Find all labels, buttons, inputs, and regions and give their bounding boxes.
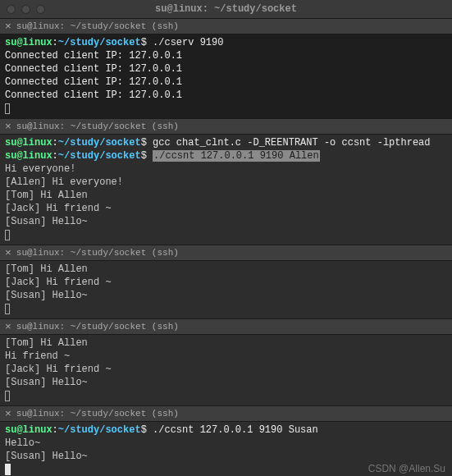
terminal-pane-client[interactable]: [Tom] Hi Allen Hi friend ~ [Jack] Hi fri… [0, 335, 452, 405]
prompt-path: ~/study/socket [58, 424, 141, 436]
terminal-tab[interactable]: × su@linux: ~/study/socket (ssh) [0, 405, 452, 422]
prompt-path: ~/study/socket [58, 37, 141, 48]
terminal-tab[interactable]: × su@linux: ~/study/socket (ssh) [0, 118, 452, 135]
terminal-pane-server[interactable]: su@linux:~/study/socket$ ./cserv 9190 Co… [0, 34, 452, 118]
tab-label: su@linux: ~/study/socket (ssh) [16, 322, 179, 332]
prompt-path: ~/study/socket [58, 137, 141, 149]
close-icon[interactable]: × [5, 321, 11, 333]
output-line: [Jack] Hi friend ~ [5, 363, 447, 376]
output-line: [Allen] Hi everyone! [5, 176, 447, 189]
terminal-tab[interactable]: × su@linux: ~/study/socket (ssh) [0, 18, 452, 34]
cursor-icon [5, 391, 10, 401]
output-line: [Susan] Hello~ [5, 215, 447, 228]
command-text: ./cserv 9190 [153, 37, 223, 48]
output-line: Connected client IP: 127.0.0.1 [5, 62, 447, 76]
output-line: Connected client IP: 127.0.0.1 [5, 76, 447, 89]
prompt-user: su@linux [5, 37, 53, 48]
output-line: Hi everyone! [5, 162, 447, 176]
close-window-icon[interactable] [7, 5, 16, 14]
output-line: [Jack] Hi friend ~ [5, 276, 447, 289]
output-line: [Tom] Hi Allen [5, 189, 447, 202]
minimize-window-icon[interactable] [21, 5, 30, 14]
tab-label: su@linux: ~/study/socket (ssh) [16, 121, 179, 131]
output-line: Hi friend ~ [5, 350, 447, 363]
output-line: [Jack] Hi friend ~ [5, 202, 447, 215]
terminal-tab[interactable]: × su@linux: ~/study/socket (ssh) [0, 318, 452, 335]
window-title: su@linux: ~/study/socket [7, 3, 445, 15]
prompt-user: su@linux [5, 150, 53, 162]
close-icon[interactable]: × [5, 247, 11, 259]
window-titlebar: su@linux: ~/study/socket [0, 0, 452, 18]
close-icon[interactable]: × [5, 408, 11, 420]
prompt-sep: : [53, 37, 58, 48]
terminal-pane-client[interactable]: [Tom] Hi Allen [Jack] Hi friend ~ [Susan… [0, 261, 452, 318]
tab-label: su@linux: ~/study/socket (ssh) [16, 248, 179, 258]
terminal-tab[interactable]: × su@linux: ~/study/socket (ssh) [0, 245, 452, 261]
watermark: CSDN @Allen.Su [368, 463, 445, 474]
cursor-icon [5, 103, 10, 114]
prompt-symbol: $ [141, 37, 147, 48]
traffic-lights [7, 5, 45, 14]
output-line: Connected client IP: 127.0.0.1 [5, 49, 447, 62]
close-icon[interactable]: × [5, 121, 11, 133]
terminal-pane-client[interactable]: su@linux:~/study/socket$ gcc chat_clnt.c… [0, 135, 452, 245]
output-line: [Susan] Hello~ [5, 289, 447, 302]
output-line: [Tom] Hi Allen [5, 263, 447, 276]
output-line: [Susan] Hello~ [5, 376, 447, 389]
tab-label: su@linux: ~/study/socket (ssh) [16, 21, 179, 31]
cursor-icon [5, 304, 10, 314]
output-line: [Susan] Hello~ [5, 450, 447, 463]
maximize-window-icon[interactable] [36, 5, 45, 14]
output-line: Connected client IP: 127.0.0.1 [5, 89, 447, 102]
command-text: ./ccsnt 127.0.0.1 9190 Susan [153, 424, 318, 436]
output-line: Hello~ [5, 437, 447, 450]
prompt-user: su@linux [5, 137, 53, 149]
cursor-icon [5, 464, 11, 475]
prompt-path: ~/study/socket [58, 150, 141, 162]
close-icon[interactable]: × [5, 21, 11, 33]
tab-label: su@linux: ~/study/socket (ssh) [16, 409, 179, 419]
prompt-user: su@linux [5, 424, 53, 436]
command-text: gcc chat_clnt.c -D_REENTRANT -o ccsnt -l… [153, 137, 430, 149]
cursor-icon [5, 230, 10, 240]
highlighted-command: ./ccsnt 127.0.0.1 9190 Allen [153, 150, 320, 162]
output-line: [Tom] Hi Allen [5, 336, 447, 350]
